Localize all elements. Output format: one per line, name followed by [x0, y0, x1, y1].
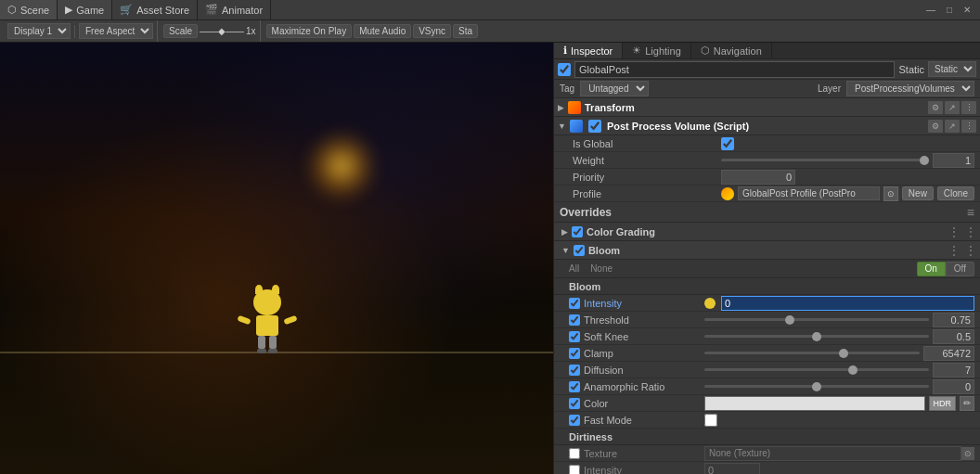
- is-global-checkbox[interactable]: [721, 137, 734, 150]
- priority-input[interactable]: [721, 170, 795, 185]
- transform-settings-btn[interactable]: ⚙: [928, 101, 943, 114]
- soft-knee-checkbox[interactable]: [569, 331, 580, 342]
- tab-asset-store[interactable]: 🛒 Asset Store: [112, 0, 198, 19]
- tab-lighting[interactable]: ☀ Lighting: [623, 43, 691, 58]
- char-ear-right: [272, 285, 279, 294]
- anamorphic-ratio-checkbox[interactable]: [569, 381, 580, 392]
- texture-checkbox[interactable]: [569, 448, 580, 459]
- texture-pick-btn[interactable]: ⊙: [961, 447, 974, 460]
- object-name-input[interactable]: [574, 61, 895, 78]
- dirtiness-intensity-checkbox[interactable]: [569, 465, 580, 475]
- transform-menu-btn[interactable]: ⋮: [961, 101, 976, 114]
- color-grading-menu-btn[interactable]: ⋮: [948, 225, 960, 238]
- profile-dot-btn[interactable]: ⊙: [883, 186, 898, 201]
- weight-slider-area: [721, 153, 974, 168]
- tag-label: Tag: [560, 83, 574, 94]
- bloom-all-label[interactable]: All: [569, 263, 579, 274]
- clamp-value-input[interactable]: [923, 346, 974, 361]
- bloom-none-label[interactable]: None: [590, 263, 612, 274]
- weight-value-input[interactable]: [933, 153, 974, 168]
- transform-expand-btn[interactable]: ↗: [945, 101, 960, 114]
- color-grading-header[interactable]: ▶ Color Grading ⋮ ⋮: [554, 223, 980, 241]
- bloom-on-btn[interactable]: On: [917, 262, 946, 276]
- tab-game[interactable]: ▶ Game: [58, 0, 112, 19]
- is-global-row: Is Global: [554, 135, 980, 152]
- threshold-value-input[interactable]: [933, 313, 974, 327]
- transform-actions: ⚙ ↗ ⋮: [928, 101, 976, 114]
- weight-slider[interactable]: [721, 159, 929, 161]
- tab-inspector-label: Inspector: [571, 45, 612, 57]
- static-dropdown[interactable]: Static: [928, 61, 976, 77]
- post-process-menu-btn[interactable]: ⋮: [961, 120, 976, 133]
- profile-clone-btn[interactable]: Clone: [937, 186, 974, 200]
- close-btn[interactable]: ✕: [960, 4, 974, 16]
- overrides-menu-btn[interactable]: ≡: [967, 206, 974, 219]
- tab-game-label: Game: [76, 5, 104, 16]
- clamp-slider-area: [704, 346, 974, 361]
- window-controls: — □ ✕: [922, 4, 980, 16]
- clamp-slider[interactable]: [704, 352, 920, 354]
- diffusion-checkbox[interactable]: [569, 365, 580, 376]
- soft-knee-value-input[interactable]: [933, 329, 974, 344]
- bloom-off-btn[interactable]: Off: [946, 262, 974, 276]
- layer-dropdown[interactable]: PostProcessingVolumes: [846, 81, 974, 96]
- color-grading-enabled-checkbox[interactable]: [572, 226, 583, 237]
- intensity-checkbox[interactable]: [569, 298, 580, 309]
- char-leg-right: [269, 336, 277, 349]
- dirtiness-intensity-input[interactable]: [704, 463, 760, 475]
- maximize-btn[interactable]: □: [943, 4, 956, 16]
- anamorphic-ratio-value-input[interactable]: [933, 379, 974, 394]
- clamp-checkbox[interactable]: [569, 348, 580, 359]
- soft-knee-slider[interactable]: [704, 335, 929, 338]
- bloom-menu-btn[interactable]: ⋮: [948, 244, 960, 257]
- threshold-checkbox[interactable]: [569, 314, 580, 326]
- diffusion-slider[interactable]: [704, 368, 929, 371]
- intensity-value-input[interactable]: [721, 296, 974, 311]
- bloom-all-none-row: All None On Off: [554, 260, 980, 278]
- diffusion-value-input[interactable]: [933, 363, 974, 378]
- post-process-expand-btn[interactable]: ↗: [945, 120, 960, 133]
- post-process-header[interactable]: ▼ Post Process Volume (Script) ⚙ ↗ ⋮: [554, 117, 980, 135]
- tag-dropdown[interactable]: Untagged: [580, 81, 649, 96]
- anamorphic-ratio-slider[interactable]: [704, 385, 929, 388]
- tab-asset-store-label: Asset Store: [136, 5, 189, 16]
- tab-inspector[interactable]: ℹ Inspector: [554, 43, 623, 58]
- post-process-enabled-checkbox[interactable]: [588, 120, 601, 133]
- object-enabled-checkbox[interactable]: [558, 63, 571, 76]
- threshold-slider[interactable]: [704, 318, 929, 321]
- static-btn[interactable]: Sta: [453, 24, 478, 38]
- color-swatch[interactable]: [704, 396, 925, 411]
- fast-mode-enabled-checkbox[interactable]: [569, 415, 580, 426]
- bloom-menu2-btn[interactable]: ⋮: [965, 244, 976, 257]
- tab-animator[interactable]: 🎬 Animator: [198, 0, 271, 19]
- game-viewport[interactable]: [0, 43, 553, 474]
- bloom-enabled-checkbox[interactable]: [574, 245, 585, 256]
- vsync-btn[interactable]: VSync: [413, 24, 451, 38]
- minimize-btn[interactable]: —: [922, 4, 939, 16]
- color-checkbox[interactable]: [569, 398, 580, 409]
- color-pick-btn[interactable]: ✏: [960, 396, 974, 411]
- scene-icon: ⬡: [7, 4, 17, 16]
- divider: [74, 25, 75, 38]
- bloom-section-title: Bloom: [569, 281, 600, 292]
- mute-audio-btn[interactable]: Mute Audio: [354, 24, 411, 38]
- diffusion-slider-area: [704, 363, 974, 378]
- tab-scene[interactable]: ⬡ Scene: [0, 0, 58, 19]
- color-grading-menu2-btn[interactable]: ⋮: [965, 225, 976, 238]
- bloom-on-off-toggle: On Off: [917, 262, 975, 276]
- transform-header[interactable]: ▶ Transform ⚙ ↗ ⋮: [554, 98, 980, 117]
- char-feet: [249, 349, 286, 353]
- profile-new-btn[interactable]: New: [902, 186, 934, 200]
- fast-mode-checkbox[interactable]: [704, 414, 717, 427]
- char-head: [253, 289, 281, 315]
- soft-knee-row: Soft Knee: [554, 328, 980, 345]
- bloom-header[interactable]: ▼ Bloom ⋮ ⋮: [554, 241, 980, 260]
- aspect-select[interactable]: Free Aspect: [79, 23, 153, 39]
- toolbar: Display 1 Free Aspect Scale ——◆—— 1x Max…: [0, 20, 980, 43]
- post-process-settings-btn[interactable]: ⚙: [928, 120, 943, 133]
- transform-icon: [568, 101, 581, 114]
- tab-navigation[interactable]: ⬡ Navigation: [691, 43, 772, 58]
- tag-layer-row: Tag Untagged Layer PostProcessingVolumes: [554, 80, 980, 98]
- display-select[interactable]: Display 1: [7, 23, 71, 39]
- maximize-on-play-btn[interactable]: Maximize On Play: [266, 24, 353, 38]
